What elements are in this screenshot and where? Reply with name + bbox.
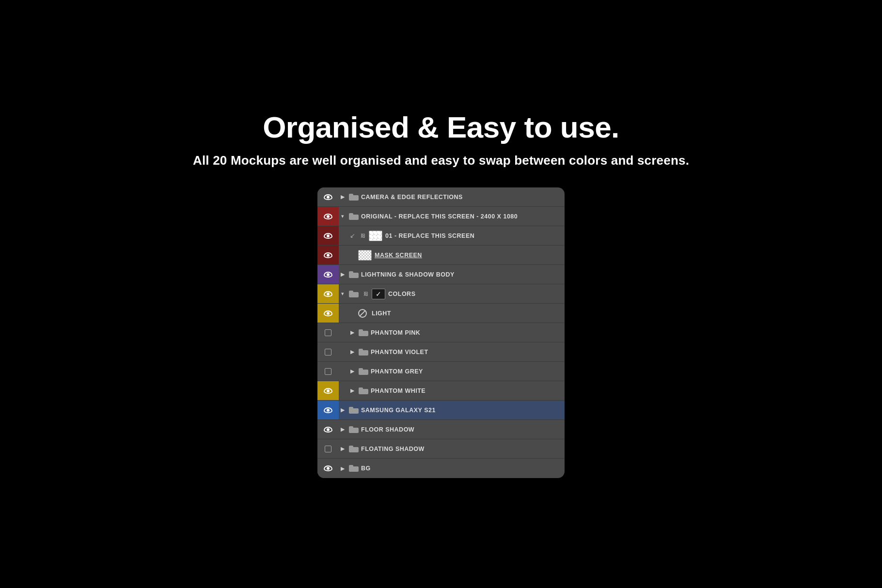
folder-icon [348, 426, 359, 433]
layer-content-replace-screen: ↙⛓01 - REPLACE THIS SCREEN [339, 226, 565, 245]
layer-row-phantom-grey[interactable]: ▶PHANTOM GREY [317, 362, 565, 381]
layer-label-floor-shadow: FLOOR SHADOW [361, 426, 414, 433]
layer-label-lightning-shadow: LIGHTNING & SHADOW BODY [361, 271, 455, 278]
visibility-lightning-shadow[interactable] [317, 265, 339, 284]
folder-icon [348, 464, 359, 472]
thumbnail-colors: ✓ [372, 289, 385, 299]
visibility-original-replace[interactable] [317, 207, 339, 226]
eye-icon [324, 252, 332, 258]
folder-icon [358, 329, 369, 337]
layer-content-camera-edge: ▶CAMERA & EDGE REFLECTIONS [339, 187, 565, 206]
layer-row-lightning-shadow[interactable]: ▶LIGHTNING & SHADOW BODY [317, 265, 565, 284]
no-access-icon [358, 309, 367, 318]
layer-row-light[interactable]: LIGHT [317, 304, 565, 323]
layer-visibility-checkbox[interactable] [325, 446, 331, 452]
chevron-placeholder [348, 309, 356, 317]
layer-content-phantom-white: ▶PHANTOM WHITE [339, 381, 565, 400]
layer-row-camera-edge[interactable]: ▶CAMERA & EDGE REFLECTIONS [317, 187, 565, 207]
folder-icon [348, 406, 359, 414]
link-icon: ⛓ [362, 290, 370, 298]
layer-content-samsung-s21: ▶SAMSUNG GALAXY S21 [339, 401, 565, 419]
link-icon: ⛓ [359, 232, 367, 240]
eye-icon [324, 388, 332, 394]
layer-row-replace-screen[interactable]: ↙⛓01 - REPLACE THIS SCREEN [317, 226, 565, 246]
visibility-samsung-s21[interactable] [317, 401, 339, 419]
folder-icon [348, 271, 359, 279]
layer-row-phantom-white[interactable]: ▶PHANTOM WHITE [317, 381, 565, 401]
chevron-icon[interactable]: ▾ [339, 290, 346, 298]
chevron-icon[interactable]: ▶ [348, 368, 356, 375]
eye-icon [324, 291, 332, 297]
layer-label-samsung-s21: SAMSUNG GALAXY S21 [361, 407, 436, 414]
layer-row-colors[interactable]: ▾⛓✓COLORS [317, 284, 565, 304]
visibility-floating-shadow[interactable] [317, 439, 339, 458]
chevron-icon[interactable]: ▶ [339, 406, 346, 414]
eye-icon [324, 465, 332, 471]
visibility-camera-edge[interactable] [317, 187, 339, 206]
visibility-phantom-violet[interactable] [317, 342, 339, 361]
chevron-icon[interactable]: ▶ [339, 426, 346, 433]
visibility-floor-shadow[interactable] [317, 420, 339, 439]
eye-icon [324, 194, 332, 200]
layer-row-phantom-pink[interactable]: ▶PHANTOM PINK [317, 323, 565, 342]
layer-content-colors: ▾⛓✓COLORS [339, 284, 565, 303]
chevron-icon[interactable]: ▶ [348, 329, 356, 337]
chevron-icon[interactable]: ▾ [339, 213, 346, 220]
visibility-phantom-pink[interactable] [317, 323, 339, 342]
layer-content-mask-screen: MASK SCREEN [339, 246, 565, 264]
layers-panel: ▶CAMERA & EDGE REFLECTIONS▾ORIGINAL - RE… [317, 187, 565, 478]
layer-visibility-checkbox[interactable] [325, 329, 331, 336]
layer-label-colors: COLORS [388, 291, 415, 297]
layer-content-light: LIGHT [339, 304, 565, 323]
layer-content-floating-shadow: ▶FLOATING SHADOW [339, 439, 565, 458]
chevron-icon[interactable]: ▶ [348, 348, 356, 356]
layer-label-floating-shadow: FLOATING SHADOW [361, 446, 425, 452]
visibility-replace-screen[interactable] [317, 226, 339, 245]
layer-label-phantom-violet: PHANTOM VIOLET [371, 349, 428, 356]
chevron-icon[interactable]: ▶ [339, 445, 346, 453]
layer-row-floor-shadow[interactable]: ▶FLOOR SHADOW [317, 420, 565, 439]
chevron-placeholder: ↙ [348, 232, 356, 240]
layer-label-mask-screen: MASK SCREEN [375, 252, 422, 259]
layer-label-camera-edge: CAMERA & EDGE REFLECTIONS [361, 194, 463, 201]
layer-label-phantom-pink: PHANTOM PINK [371, 329, 420, 336]
visibility-phantom-grey[interactable] [317, 362, 339, 381]
eye-icon [324, 233, 332, 239]
folder-icon [358, 387, 369, 395]
layer-label-light: LIGHT [372, 310, 391, 317]
chevron-icon[interactable]: ▶ [339, 464, 346, 472]
layer-content-lightning-shadow: ▶LIGHTNING & SHADOW BODY [339, 265, 565, 284]
folder-icon [348, 445, 359, 453]
visibility-phantom-white[interactable] [317, 381, 339, 400]
chevron-placeholder [348, 251, 356, 259]
thumbnail-replace [369, 231, 382, 241]
layer-label-bg: BG [361, 465, 371, 472]
layer-content-phantom-pink: ▶PHANTOM PINK [339, 323, 565, 342]
layer-label-phantom-white: PHANTOM WHITE [371, 387, 425, 394]
folder-icon [348, 290, 359, 298]
visibility-colors[interactable] [317, 284, 339, 303]
layer-content-bg: ▶BG [339, 459, 565, 478]
layer-row-mask-screen[interactable]: MASK SCREEN [317, 246, 565, 265]
layer-row-original-replace[interactable]: ▾ORIGINAL - REPLACE THIS SCREEN - 2400 X… [317, 207, 565, 226]
layer-visibility-checkbox[interactable] [325, 368, 331, 375]
main-title: Organised & Easy to use. [193, 110, 689, 144]
layer-row-phantom-violet[interactable]: ▶PHANTOM VIOLET [317, 342, 565, 362]
eye-icon [324, 214, 332, 219]
eye-icon [324, 272, 332, 278]
layer-visibility-checkbox[interactable] [325, 349, 331, 356]
chevron-icon[interactable]: ▶ [348, 387, 356, 395]
chevron-icon[interactable]: ▶ [339, 271, 346, 279]
visibility-mask-screen[interactable] [317, 246, 339, 264]
layer-row-floating-shadow[interactable]: ▶FLOATING SHADOW [317, 439, 565, 459]
folder-icon [358, 348, 369, 356]
eye-icon [324, 310, 332, 316]
layer-row-bg[interactable]: ▶BG [317, 459, 565, 478]
visibility-bg[interactable] [317, 459, 339, 478]
layer-content-phantom-violet: ▶PHANTOM VIOLET [339, 342, 565, 361]
chevron-icon[interactable]: ▶ [339, 193, 346, 201]
eye-icon [324, 407, 332, 413]
layer-row-samsung-s21[interactable]: ▶SAMSUNG GALAXY S21 [317, 401, 565, 420]
folder-icon [358, 368, 369, 375]
visibility-light[interactable] [317, 304, 339, 323]
